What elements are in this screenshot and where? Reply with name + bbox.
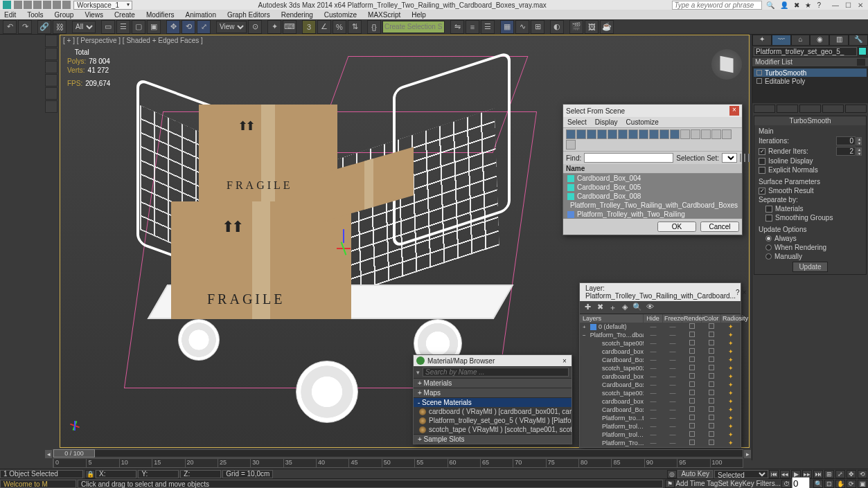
search-options-icon[interactable]: ▾ [416,369,420,376]
add-time-tag-button[interactable]: Add Time Tag [675,480,718,487]
smoothing-groups-checkbox[interactable] [765,215,772,222]
remove-modifier-button[interactable] [822,105,844,113]
show-end-result-button[interactable] [777,105,798,113]
minimize-button[interactable]: — [831,1,840,9]
select-highlight-icon[interactable]: ◈ [620,302,630,312]
comm-center-icon[interactable]: ⚑ [665,480,675,488]
col-radiosity[interactable]: Radiosity [721,314,741,323]
list-item[interactable]: Platform_Trolley_with_Two_Railing [577,210,685,218]
radiosity-icon[interactable]: ✦ [721,365,741,372]
radiosity-icon[interactable]: ✦ [721,323,741,330]
layers-button[interactable]: ☰ [481,20,495,34]
render-iters-checkbox[interactable] [759,148,765,155]
find-input[interactable] [584,153,673,163]
isoline-checkbox[interactable] [759,158,765,165]
selset-dropdown[interactable] [722,153,737,163]
layer-row[interactable]: scotch_tape002——✦ [580,364,741,372]
max-toggle-button[interactable]: ▣ [858,480,867,488]
make-unique-button[interactable] [799,105,821,113]
sfs-menu-item[interactable]: Display [595,118,618,126]
goto-end-button[interactable]: ⏭ [813,470,823,478]
spinner-snap-button[interactable]: ⇅ [348,20,362,34]
qat-icon[interactable] [43,1,51,9]
list-item[interactable]: Platform_Trolley_Two_Railing_with_Cardbo… [570,201,738,209]
color-swatch[interactable] [702,356,721,363]
color-swatch[interactable] [702,398,721,405]
tab-icon[interactable] [45,61,57,73]
delete-layer-icon[interactable]: ✖ [595,302,605,312]
y-input[interactable] [148,470,175,478]
close-button[interactable]: ✕ [856,1,865,9]
pin-stack-button[interactable] [754,105,775,113]
time-config-button[interactable]: ⏱ [781,480,791,488]
spinner-down[interactable]: ▾ [856,152,862,156]
radiosity-icon[interactable]: ✦ [721,340,741,347]
percent-snap-button[interactable]: % [333,20,346,34]
tab-create[interactable]: ✦ [752,35,772,46]
ref-coord-dropdown[interactable]: View [216,21,247,33]
qat-icon[interactable] [33,1,42,9]
col-layers[interactable]: Layers [580,314,644,323]
modifier-item[interactable]: TurboSmooth [765,69,806,77]
render-button[interactable]: ☕ [600,20,614,34]
tab-icon[interactable] [45,35,57,47]
list-item[interactable]: Cardboard_Box_008 [577,192,641,200]
radiosity-icon[interactable]: ✦ [721,406,741,413]
selset-save-icon[interactable] [740,154,741,162]
render-checkbox[interactable] [682,348,702,355]
filter-icon[interactable] [566,140,576,150]
tab-icon[interactable] [45,87,57,100]
orbit-button[interactable]: ⟳ [847,480,856,488]
spinner-down[interactable]: ▾ [856,141,862,145]
menu-item[interactable]: Help [411,11,426,19]
nav-icon[interactable]: ⊞ [824,470,834,478]
sfs-menu-item[interactable]: Select [567,118,587,126]
schematic-view-button[interactable]: ⊞ [531,20,544,34]
layer-row[interactable]: −Platform_Tro…dboard✔——✦ [580,331,741,339]
dialog-titlebar[interactable]: Select From Scene × [563,105,742,117]
rendered-frame-button[interactable]: 🖼 [585,20,599,34]
layer-row[interactable]: cardboard_box001——✦ [580,397,741,406]
time-slider-thumb[interactable]: 0 / 100 [53,449,95,458]
radiosity-icon[interactable]: ✦ [721,415,741,422]
autokey-button[interactable]: Auto Key [677,470,713,478]
filter-icon[interactable] [628,129,638,139]
menu-item[interactable]: Edit [4,11,16,19]
iterations-input[interactable] [836,136,856,145]
help-search-input[interactable] [672,1,762,10]
render-checkbox[interactable] [682,365,702,372]
layer-row[interactable]: Cardboard_Box_00——✦ [580,356,741,364]
dialog-titlebar[interactable]: Layer: Platform_Trolley_Two_Railing_with… [580,283,741,301]
layer-row[interactable]: Platform_tro…t_ge——✦ [580,414,741,422]
menu-item[interactable]: Modifiers [146,11,175,19]
nav-icon[interactable]: ⟲ [858,470,867,478]
color-swatch[interactable] [702,406,721,413]
dialog-close-button[interactable]: × [560,357,569,365]
keyboard-shortcut-button[interactable]: ⌨ [283,20,296,34]
render-checkbox[interactable] [682,390,702,397]
named-selection-set-input[interactable] [382,21,445,33]
menu-item[interactable]: Customize [324,11,357,19]
pan-view-button[interactable]: ✋ [835,480,845,488]
help-icon[interactable]: ? [736,289,740,296]
modifier-list-dropdown[interactable] [857,59,865,66]
modifier-stack[interactable]: TurboSmooth Editable Poly [752,67,868,103]
color-swatch[interactable] [702,381,721,388]
render-checkbox[interactable] [682,323,702,330]
rotate-button[interactable]: ⟲ [181,20,195,34]
isolate-toggle-button[interactable]: ◎ [667,470,677,478]
render-checkbox[interactable] [682,373,702,380]
new-layer-icon[interactable]: ✚ [583,302,592,312]
menu-item[interactable]: Group [55,11,74,19]
color-swatch[interactable] [702,415,721,422]
filter-icon[interactable] [608,129,617,139]
list-item[interactable]: Cardboard_Box_004 [577,174,641,182]
material-item[interactable]: Platform_trolley_set_geo_5 ( VRayMtl ) [… [429,417,572,424]
curve-editor-button[interactable]: ∿ [515,20,529,34]
radiosity-icon[interactable]: ✦ [721,390,741,397]
key-filter-dropdown[interactable]: Selected [714,470,768,478]
section-sample-slots[interactable]: + Sample Slots [414,434,572,444]
nav-icon[interactable]: ✥ [847,470,856,478]
layer-row[interactable]: +0 (default)——✦ [580,323,741,331]
object-name-input[interactable] [754,47,857,56]
